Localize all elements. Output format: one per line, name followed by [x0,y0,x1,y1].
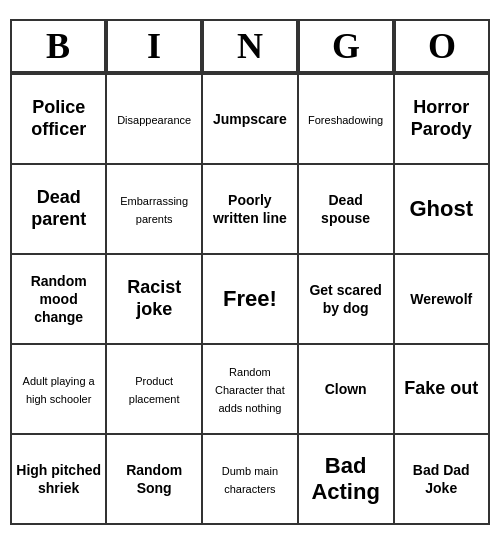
cell-r1-c4: Ghost [394,164,490,254]
cell-text-r0-c4: Horror Parody [411,97,472,139]
cell-r0-c4: Horror Parody [394,74,490,164]
cell-text-r4-c3: Bad Acting [311,453,379,504]
cell-text-r1-c4: Ghost [409,196,473,221]
cell-text-r2-c1: Racist joke [127,277,181,319]
cell-text-r2-c0: Random mood change [31,273,87,325]
cell-r4-c1: Random Song [106,434,202,524]
cell-text-r1-c0: Dead parent [31,187,86,229]
cell-text-r0-c3: Foreshadowing [308,114,383,126]
cell-r2-c0: Random mood change [11,254,106,344]
cell-r3-c2: Random Character that adds nothing [202,344,298,434]
cell-r1-c3: Dead spouse [298,164,394,254]
cell-r3-c0: Adult playing a high schooler [11,344,106,434]
cell-r2-c3: Get scared by dog [298,254,394,344]
cell-r2-c2: Free! [202,254,298,344]
cell-text-r0-c1: Disappearance [117,114,191,126]
bingo-card: B I N G O Police officerDisappearanceJum… [10,19,490,525]
cell-r1-c1: Embarrassing parents [106,164,202,254]
cell-text-r4-c1: Random Song [126,462,182,496]
cell-r4-c4: Bad Dad Joke [394,434,490,524]
cell-r1-c2: Poorly written line [202,164,298,254]
bingo-header: B I N G O [10,19,490,73]
cell-r4-c0: High pitched shriek [11,434,106,524]
cell-text-r3-c1: Product placement [129,375,180,405]
cell-text-r4-c2: Dumb main characters [222,465,278,495]
header-g: G [298,19,394,73]
cell-text-r3-c4: Fake out [404,378,478,398]
cell-r0-c1: Disappearance [106,74,202,164]
cell-text-r3-c3: Clown [325,381,367,397]
cell-text-r2-c3: Get scared by dog [309,282,381,316]
cell-r4-c2: Dumb main characters [202,434,298,524]
cell-text-r1-c1: Embarrassing parents [120,195,188,225]
header-i: I [106,19,202,73]
bingo-grid: Police officerDisappearanceJumpscareFore… [10,73,490,525]
header-o: O [394,19,490,73]
cell-r1-c0: Dead parent [11,164,106,254]
cell-r0-c3: Foreshadowing [298,74,394,164]
cell-text-r2-c4: Werewolf [410,291,472,307]
cell-r3-c4: Fake out [394,344,490,434]
cell-r2-c1: Racist joke [106,254,202,344]
cell-text-r1-c2: Poorly written line [213,192,287,226]
cell-text-r0-c0: Police officer [31,97,86,139]
header-n: N [202,19,298,73]
cell-r0-c0: Police officer [11,74,106,164]
cell-text-r2-c2: Free! [223,286,277,311]
cell-text-r1-c3: Dead spouse [321,192,370,226]
cell-text-r3-c2: Random Character that adds nothing [215,366,285,414]
cell-r2-c4: Werewolf [394,254,490,344]
cell-text-r4-c4: Bad Dad Joke [413,462,470,496]
cell-r3-c1: Product placement [106,344,202,434]
cell-text-r3-c0: Adult playing a high schooler [23,375,95,405]
cell-text-r4-c0: High pitched shriek [16,462,101,496]
cell-r3-c3: Clown [298,344,394,434]
header-b: B [10,19,106,73]
cell-r0-c2: Jumpscare [202,74,298,164]
cell-r4-c3: Bad Acting [298,434,394,524]
cell-text-r0-c2: Jumpscare [213,111,287,127]
